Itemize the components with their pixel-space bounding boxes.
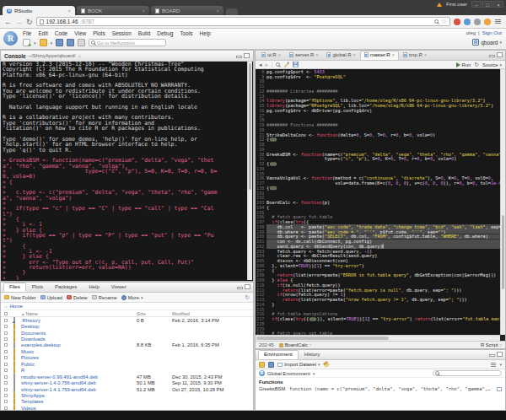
editor-tab-master-R[interactable]: master.R× <box>360 51 399 60</box>
file-name-link[interactable]: Documents <box>21 331 137 336</box>
chevron-down-icon[interactable]: ▾ <box>499 362 502 367</box>
save-all-icon[interactable] <box>67 39 74 46</box>
scope-selector[interactable]: Global Environment <box>267 371 310 376</box>
chevron-down-icon[interactable]: ▾ <box>34 40 36 46</box>
chevron-down-icon[interactable]: ▾ <box>51 40 53 46</box>
back-icon[interactable]: ◂ <box>259 62 262 68</box>
row-checkbox[interactable] <box>4 406 13 411</box>
row-checkbox[interactable] <box>4 324 13 329</box>
console-output[interactable]: R version 3.2.3 (2015-12-10) -- "Wooden … <box>3 62 245 280</box>
editor-tab-ui-R[interactable]: ui.R× <box>257 51 285 60</box>
save-icon[interactable] <box>293 62 299 67</box>
breadcrumb-home-link[interactable]: Home <box>10 304 23 309</box>
console-scrollbar[interactable] <box>247 62 252 280</box>
maximize-pane-icon[interactable] <box>245 284 250 289</box>
tab-packages[interactable]: Packages <box>49 283 83 292</box>
bookmark-star-icon[interactable]: ☆ <box>441 19 447 25</box>
refresh-icon[interactable]: ↻ <box>245 294 250 301</box>
file-row[interactable]: Music <box>1 348 253 354</box>
import-dataset-button[interactable]: Import Dataset ▾ <box>277 362 320 367</box>
tab-environment[interactable]: Environment <box>258 350 299 359</box>
rename-button[interactable]: Rename <box>92 295 117 300</box>
close-icon[interactable]: × <box>216 8 219 13</box>
menu-plots[interactable]: Plots <box>93 30 105 36</box>
folded-code-icon[interactable] <box>310 317 316 320</box>
file-name-link[interactable]: ShinyApps <box>21 393 137 398</box>
new-folder-button[interactable]: New Folder <box>4 295 36 300</box>
folded-code-icon[interactable] <box>270 186 277 190</box>
menu-session[interactable]: Session <box>112 30 132 36</box>
row-checkbox[interactable] <box>4 349 13 354</box>
menu-code[interactable]: Code <box>55 30 68 36</box>
environment-object-row[interactable]: GreeksBSMfunction (name = c("premium", "… <box>256 385 505 392</box>
menu-tools[interactable]: Tools <box>180 30 192 36</box>
row-checkbox[interactable] <box>4 399 13 404</box>
file-row[interactable]: Templates <box>1 399 253 405</box>
file-name-link[interactable]: Downloads <box>21 337 137 342</box>
close-icon[interactable]: × <box>142 8 145 13</box>
row-checkbox[interactable] <box>4 380 13 385</box>
file-row[interactable]: rstudio-server-0.99.491-amd64.deb47 MBDe… <box>1 374 253 380</box>
row-checkbox[interactable] <box>4 331 13 336</box>
sign-out-link[interactable]: Sign Out <box>482 30 502 35</box>
browser-tab[interactable]: BOOK× <box>77 6 149 15</box>
row-checkbox[interactable] <box>4 393 13 398</box>
maximize-pane-icon[interactable] <box>497 352 503 357</box>
file-name-link[interactable]: Music <box>21 349 137 354</box>
view-source-icon[interactable] <box>497 387 502 391</box>
file-name-link[interactable]: .Rhistory <box>21 318 137 323</box>
tab-history[interactable]: History <box>299 350 326 359</box>
minimize-pane-icon[interactable] <box>236 56 242 58</box>
more-button[interactable]: More▾ <box>121 295 143 300</box>
row-checkbox[interactable] <box>4 362 13 367</box>
folded-code-icon[interactable] <box>270 138 277 142</box>
file-name-link[interactable]: shiny-server-1.4.1.759-amd64.deb <box>21 387 137 392</box>
close-icon[interactable]: × <box>353 52 355 57</box>
menu-build[interactable]: Build <box>138 30 150 36</box>
environment-search-input[interactable] <box>433 370 502 376</box>
tab-plots[interactable]: Plots <box>26 283 49 292</box>
folded-code-icon[interactable] <box>270 162 277 165</box>
maximize-pane-icon[interactable] <box>497 52 503 57</box>
tab-help[interactable]: Help <box>83 283 105 292</box>
address-bar[interactable]: 192.168.1.46 :8787 ☆ <box>36 17 450 26</box>
minimize-pane-icon[interactable] <box>489 354 495 357</box>
minimize-pane-icon[interactable] <box>489 55 495 57</box>
run-button[interactable]: Run <box>456 62 471 67</box>
upload-button[interactable]: Upload <box>40 295 62 300</box>
clear-workspace-icon[interactable] <box>322 361 329 368</box>
scrollbar-thumb[interactable] <box>502 215 504 289</box>
scope-navigator[interactable]: BoardCalc ↕ <box>279 342 312 347</box>
file-name-link[interactable]: Templates <box>21 399 137 404</box>
file-name-link[interactable]: Public <box>21 362 137 367</box>
project-selector[interactable]: R qboard ▾ <box>472 39 502 46</box>
file-row[interactable]: shiny-server-1.4.0.756-amd64.deb50.1 MBS… <box>1 380 253 385</box>
row-checkbox[interactable] <box>4 337 13 342</box>
scrollbar-thumb[interactable] <box>256 337 389 340</box>
scrollbar-thumb[interactable] <box>249 63 251 190</box>
row-checkbox[interactable] <box>4 342 13 347</box>
browser-user-button[interactable]: First user <box>446 2 467 7</box>
column-header-name[interactable]: ▲Name <box>21 311 137 316</box>
extension-icon-2[interactable] <box>464 19 471 25</box>
extension-icon-3[interactable] <box>474 19 481 25</box>
column-header-size[interactable]: Size <box>137 311 172 316</box>
row-checkbox[interactable] <box>4 387 13 392</box>
home-icon[interactable]: ⌂ <box>78 53 82 58</box>
menu-help[interactable]: Help <box>200 30 211 36</box>
file-name-link[interactable]: Desktop <box>21 324 137 329</box>
menu-debug[interactable]: Debug <box>157 30 173 36</box>
save-workspace-icon[interactable] <box>268 362 274 368</box>
rerun-icon[interactable]: ↻ <box>474 62 479 68</box>
code-tools-icon[interactable] <box>283 62 289 67</box>
browser-tab[interactable]: RRStudio× <box>3 6 75 15</box>
editor-tab-server-R[interactable]: server.R× <box>285 51 323 60</box>
menu-icon[interactable] <box>494 19 502 24</box>
back-icon[interactable]: ← <box>4 18 12 26</box>
tab-viewer[interactable]: Viewer <box>105 283 132 292</box>
file-name-link[interactable]: shiny-server-1.4.0.756-amd64.deb <box>21 380 137 385</box>
file-name-link[interactable]: Pictures <box>21 355 137 360</box>
maximize-pane-icon[interactable] <box>244 53 250 58</box>
menu-file[interactable]: File <box>23 30 31 36</box>
reload-icon[interactable]: ↻ <box>26 18 33 26</box>
